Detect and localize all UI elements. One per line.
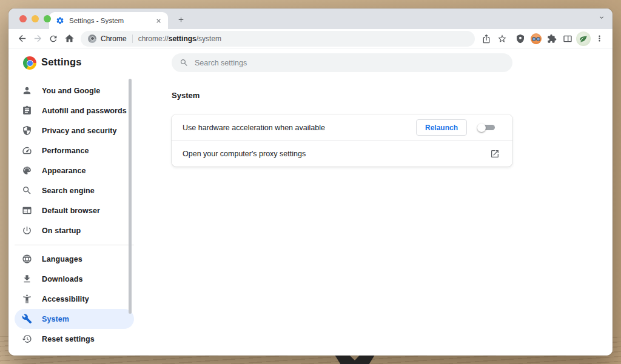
sidebar-item-label: Search engine bbox=[42, 187, 95, 195]
section-title: System bbox=[172, 91, 613, 100]
browser-window-icon bbox=[21, 205, 32, 216]
side-panel-button[interactable] bbox=[560, 31, 576, 47]
active-tab[interactable]: Settings - System bbox=[49, 12, 168, 29]
mascot-face-icon bbox=[531, 33, 542, 44]
tab-title: Settings - System bbox=[69, 17, 153, 24]
menu-three-dots-button[interactable] bbox=[591, 31, 607, 47]
sidebar-item-label: System bbox=[42, 315, 69, 323]
settings-body: You and Google Autofill and passwords Pr… bbox=[8, 78, 613, 356]
avatar-plant-image bbox=[576, 31, 591, 46]
sidebar-item-autofill[interactable]: Autofill and passwords bbox=[15, 101, 134, 121]
sidebar-item-performance[interactable]: Performance bbox=[15, 141, 134, 160]
bookmark-star-button[interactable] bbox=[494, 31, 510, 47]
sidebar-item-reset-settings[interactable]: Reset settings bbox=[15, 329, 134, 349]
tab-search-chevron-icon[interactable] bbox=[598, 14, 605, 21]
url-path: /system bbox=[196, 35, 221, 43]
extensions-puzzle-button[interactable] bbox=[544, 31, 560, 47]
browser-toolbar: Chrome chrome://settings/system bbox=[8, 29, 613, 48]
sidebar-item-system[interactable]: System bbox=[15, 309, 134, 329]
extension-shield-icon[interactable] bbox=[512, 31, 528, 47]
back-button[interactable] bbox=[14, 31, 30, 47]
minimize-window-button[interactable] bbox=[32, 15, 39, 22]
new-tab-button[interactable] bbox=[173, 12, 189, 27]
sidebar-item-label: Performance bbox=[42, 147, 89, 155]
sidebar-item-default-browser[interactable]: Default browser bbox=[15, 200, 134, 220]
search-icon bbox=[180, 58, 189, 67]
person-icon bbox=[21, 85, 32, 96]
proxy-settings-row[interactable]: Open your computer's proxy settings bbox=[172, 141, 512, 167]
power-icon bbox=[21, 225, 32, 236]
wrench-icon bbox=[21, 314, 32, 325]
download-icon bbox=[21, 274, 32, 285]
close-window-button[interactable] bbox=[19, 15, 27, 22]
shield-icon bbox=[21, 125, 32, 136]
sidebar-item-downloads[interactable]: Downloads bbox=[15, 269, 134, 289]
address-separator bbox=[132, 35, 133, 43]
desktop-wallpaper: Settings - System Chrome chrome://settin… bbox=[0, 0, 621, 364]
sidebar-item-label: Downloads bbox=[42, 275, 83, 283]
sidebar-item-label: Languages bbox=[42, 255, 82, 263]
profile-avatar[interactable] bbox=[576, 31, 591, 47]
relaunch-button[interactable]: Relaunch bbox=[416, 119, 467, 136]
search-settings-input[interactable]: Search settings bbox=[172, 53, 512, 72]
browser-window: Settings - System Chrome chrome://settin… bbox=[8, 8, 613, 356]
url-scheme: chrome:// bbox=[138, 35, 169, 43]
address-bar[interactable]: Chrome chrome://settings/system bbox=[81, 31, 475, 47]
settings-main-content: System Use hardware acceleration when av… bbox=[172, 78, 613, 356]
sidebar-item-label: Autofill and passwords bbox=[42, 107, 127, 115]
share-button[interactable] bbox=[478, 31, 494, 47]
address-site-label: Chrome bbox=[101, 35, 127, 43]
row-label: Use hardware acceleration when available bbox=[183, 124, 416, 132]
sidebar-item-accessibility[interactable]: Accessibility bbox=[15, 289, 134, 309]
sidebar-item-languages[interactable]: Languages bbox=[15, 249, 134, 269]
window-controls bbox=[19, 15, 51, 22]
search-placeholder: Search settings bbox=[195, 59, 247, 67]
extension-mascot-icon[interactable] bbox=[528, 31, 544, 47]
hardware-acceleration-row: Use hardware acceleration when available… bbox=[172, 114, 512, 141]
tab-close-icon[interactable] bbox=[153, 16, 163, 25]
magnifier-icon bbox=[21, 185, 32, 196]
sidebar-item-label: You and Google bbox=[42, 87, 100, 95]
sidebar-scrollbar[interactable] bbox=[129, 79, 132, 314]
settings-sidebar: You and Google Autofill and passwords Pr… bbox=[8, 78, 172, 356]
accessibility-icon bbox=[21, 294, 32, 305]
forward-button[interactable] bbox=[30, 31, 45, 47]
settings-page-title: Settings bbox=[41, 56, 82, 68]
system-settings-card: Use hardware acceleration when available… bbox=[172, 114, 512, 167]
chrome-badge-icon bbox=[88, 35, 96, 43]
home-button[interactable] bbox=[61, 31, 77, 47]
url-host: settings bbox=[169, 35, 196, 43]
sidebar-item-label: Reset settings bbox=[42, 335, 95, 343]
sidebar-divider bbox=[15, 245, 134, 245]
sidebar-item-on-startup[interactable]: On startup bbox=[15, 220, 134, 240]
chrome-logo-icon bbox=[23, 56, 36, 70]
globe-icon bbox=[21, 254, 32, 265]
sidebar-item-privacy[interactable]: Privacy and security bbox=[15, 121, 134, 141]
palette-icon bbox=[21, 165, 32, 176]
row-label: Open your computer's proxy settings bbox=[183, 150, 490, 158]
reset-clock-icon bbox=[21, 334, 32, 345]
sidebar-item-label: Accessibility bbox=[42, 295, 89, 303]
toggle-knob bbox=[477, 124, 486, 132]
sidebar-item-label: Privacy and security bbox=[42, 127, 117, 135]
sidebar-item-label: On startup bbox=[42, 227, 81, 235]
tab-strip: Settings - System bbox=[8, 8, 613, 29]
clipboard-icon bbox=[21, 105, 32, 116]
zoom-window-button[interactable] bbox=[44, 15, 51, 22]
sidebar-item-you-and-google[interactable]: You and Google bbox=[15, 81, 134, 101]
address-url: chrome://settings/system bbox=[138, 35, 221, 43]
refresh-button[interactable] bbox=[45, 31, 61, 47]
sidebar-item-appearance[interactable]: Appearance bbox=[15, 160, 134, 180]
speedometer-icon bbox=[21, 145, 32, 156]
sidebar-item-label: Default browser bbox=[42, 207, 100, 215]
settings-gear-icon bbox=[56, 16, 64, 25]
settings-header: Settings Search settings bbox=[8, 48, 613, 78]
sidebar-item-label: Appearance bbox=[42, 167, 86, 175]
hardware-acceleration-toggle[interactable] bbox=[478, 124, 495, 132]
sidebar-item-search-engine[interactable]: Search engine bbox=[15, 180, 134, 200]
external-link-icon bbox=[490, 149, 500, 159]
